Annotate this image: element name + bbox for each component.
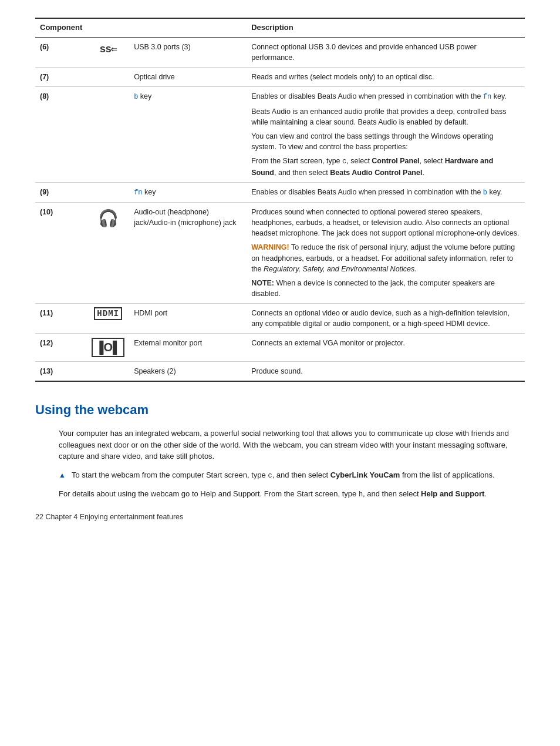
usb-icon: ss⇐ xyxy=(99,43,116,55)
desc-paragraph: Enables or disables Beats Audio when pre… xyxy=(251,91,520,102)
section-footer-text: For details about using the webcam go to… xyxy=(59,488,525,500)
hdmi-icon: HDMI xyxy=(94,307,122,320)
desc-paragraph: WARNING! To reduce the risk of personal … xyxy=(251,242,520,274)
table-row: (13)Speakers (2)Produce sound. xyxy=(35,362,525,382)
row-description: Connects an external VGA monitor or proj… xyxy=(247,334,525,362)
headphone-icon: 🎧 xyxy=(98,209,119,227)
col-header-component: Component xyxy=(35,18,87,37)
desc-paragraph: Connects an optional video or audio devi… xyxy=(251,308,520,329)
row-number: (12) xyxy=(35,334,87,362)
row-component: Audio-out (headphone) jack/Audio-in (mic… xyxy=(129,203,247,304)
table-row: (12)▐O▌External monitor portConnects an … xyxy=(35,334,525,362)
bullet-text: To start the webcam from the computer St… xyxy=(72,469,495,481)
row-description: Enables or disables Beats Audio when pre… xyxy=(247,87,525,182)
desc-paragraph: Produces sound when connected to optiona… xyxy=(251,207,520,238)
row-component: fn key xyxy=(129,182,247,202)
row-description: Reads and writes (select models only) to… xyxy=(247,68,525,87)
col-header-description: Description xyxy=(247,18,525,37)
row-icon xyxy=(87,68,129,87)
table-row: (10)🎧Audio-out (headphone) jack/Audio-in… xyxy=(35,203,525,304)
bullet-item: ▲ To start the webcam from the computer … xyxy=(59,469,525,481)
row-number: (7) xyxy=(35,68,87,87)
row-number: (8) xyxy=(35,87,87,182)
desc-paragraph: Enables or disables Beats Audio when pre… xyxy=(251,187,520,198)
row-description: Produces sound when connected to optiona… xyxy=(247,203,525,304)
row-component: Speakers (2) xyxy=(129,362,247,382)
row-icon: ss⇐ xyxy=(87,37,129,67)
row-number: (11) xyxy=(35,304,87,334)
row-component: External monitor port xyxy=(129,334,247,362)
row-component: Optical drive xyxy=(129,68,247,87)
row-component: HDMI port xyxy=(129,304,247,334)
section-title: Using the webcam xyxy=(35,401,525,419)
desc-paragraph: From the Start screen, type c, select Co… xyxy=(251,156,520,178)
table-row: (6)ss⇐USB 3.0 ports (3)Connect optional … xyxy=(35,37,525,67)
desc-paragraph: You can view and control the bass settin… xyxy=(251,131,520,152)
row-component: USB 3.0 ports (3) xyxy=(129,37,247,67)
row-icon xyxy=(87,182,129,202)
desc-paragraph: Beats Audio is an enhanced audio profile… xyxy=(251,106,520,127)
row-icon: ▐O▌ xyxy=(87,334,129,362)
desc-paragraph: Connect optional USB 3.0 devices and pro… xyxy=(251,42,520,63)
desc-paragraph: NOTE: When a device is connected to the … xyxy=(251,278,520,299)
table-row: (8)b keyEnables or disables Beats Audio … xyxy=(35,87,525,182)
row-icon: HDMI xyxy=(87,304,129,334)
row-description: Connects an optional video or audio devi… xyxy=(247,304,525,334)
b-key-label: b xyxy=(134,93,138,101)
row-number: (6) xyxy=(35,37,87,67)
row-number: (13) xyxy=(35,362,87,382)
table-row: (7)Optical driveReads and writes (select… xyxy=(35,68,525,87)
desc-paragraph: Produce sound. xyxy=(251,366,520,377)
webcam-section: Using the webcam Your computer has an in… xyxy=(35,401,525,499)
row-icon: 🎧 xyxy=(87,203,129,304)
page-footer: 22 Chapter 4 Enjoying entertainment feat… xyxy=(35,512,525,522)
bullet-triangle-icon: ▲ xyxy=(59,471,66,480)
row-component: b key xyxy=(129,87,247,182)
desc-paragraph: Reads and writes (select models only) to… xyxy=(251,72,520,82)
table-row: (11)HDMIHDMI portConnects an optional vi… xyxy=(35,304,525,334)
row-number: (9) xyxy=(35,182,87,202)
monitor-port-icon: ▐O▌ xyxy=(92,338,124,357)
desc-paragraph: Connects an external VGA monitor or proj… xyxy=(251,338,520,348)
row-description: Connect optional USB 3.0 devices and pro… xyxy=(247,37,525,67)
component-table: Component Description (6)ss⇐USB 3.0 port… xyxy=(35,18,525,382)
table-row: (9)fn keyEnables or disables Beats Audio… xyxy=(35,182,525,202)
fn-key-label: fn xyxy=(134,189,142,197)
row-icon xyxy=(87,362,129,382)
row-icon xyxy=(87,87,129,182)
row-description: Enables or disables Beats Audio when pre… xyxy=(247,182,525,202)
section-intro: Your computer has an integrated webcam, … xyxy=(59,428,525,462)
row-number: (10) xyxy=(35,203,87,304)
row-description: Produce sound. xyxy=(247,362,525,382)
